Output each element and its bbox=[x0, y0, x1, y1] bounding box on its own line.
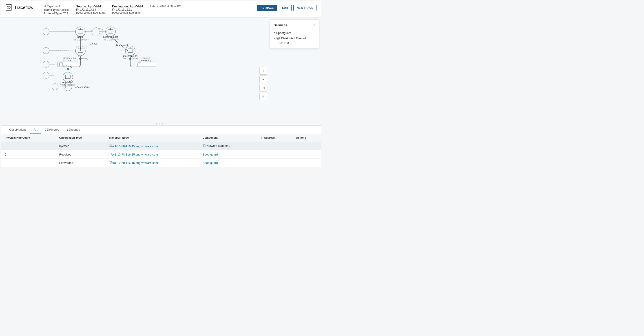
drag-handle[interactable]: ⠿ ⠿ ⠿ ⠿ bbox=[156, 123, 167, 125]
services-panel: Services × • Spoofguard • bbox=[270, 19, 319, 48]
svg-rect-65 bbox=[277, 37, 280, 39]
cell-actions bbox=[292, 150, 321, 159]
bullet-icon: • bbox=[274, 31, 275, 35]
svg-point-5 bbox=[43, 48, 49, 54]
traffic-type: Traffic Type: Unicast bbox=[44, 8, 70, 12]
canvas-area: pepsi Tier-0 Gateways pepsi_remote Tier-… bbox=[1, 18, 321, 125]
cell-component[interactable]: Spoofguard bbox=[199, 159, 257, 167]
col-actions: Actions bbox=[292, 134, 321, 142]
svg-point-7 bbox=[43, 72, 49, 79]
svg-text:Segment: Segment bbox=[63, 57, 72, 59]
cell-transport-node[interactable]: sc1-10-78-116-15.eng.vmware.com bbox=[105, 159, 199, 167]
rule-id: Rule ID 2 bbox=[278, 41, 315, 45]
svg-point-6 bbox=[43, 61, 49, 67]
transport-node-link[interactable]: sc1-10-78-116-15.eng.vmware.com bbox=[109, 161, 158, 165]
main-container: Traceflow IP Type: IPv4 Traffic Type: Un… bbox=[1, 1, 321, 167]
tab-delivered[interactable]: 0 Delivered bbox=[41, 126, 63, 134]
header-destination: Destination: App-VM-3 IP: 172.16.16.11 M… bbox=[112, 4, 143, 14]
zoom-in-button[interactable]: + bbox=[260, 67, 267, 75]
edit-button[interactable]: EDIT bbox=[279, 5, 292, 11]
ip-type: IP Type: IPv4 bbox=[44, 5, 70, 8]
cell-observation-type: Received bbox=[56, 150, 105, 159]
cell-actions bbox=[292, 142, 321, 150]
firewall-label: Distributed Firewall bbox=[281, 37, 306, 40]
spoofguard-label: Spoofguard bbox=[276, 31, 291, 35]
zoom-reset-button[interactable]: 1:1 bbox=[260, 84, 267, 92]
header-meta: IP Type: IPv4 Traffic Type: Unicast Prot… bbox=[44, 4, 70, 15]
cell-transport-node[interactable]: sc1-10-78-116-15.eng.vmware.com bbox=[105, 150, 199, 159]
col-ip-address: IP Address bbox=[257, 134, 292, 142]
services-panel-header: Services × bbox=[274, 23, 315, 27]
header-source: Source: App-VM-1 IP: 172.16.14.13 MAC: 0… bbox=[76, 4, 105, 14]
svg-rect-12 bbox=[78, 30, 83, 33]
col-component: Component bbox=[199, 134, 257, 142]
zoom-controls: + − 1:1 ⤢ bbox=[260, 67, 267, 100]
tab-dropped[interactable]: 1 Dropped bbox=[63, 126, 84, 134]
transport-node-link[interactable]: sc1-10-78-116-15.eng.vmware.com bbox=[109, 145, 158, 148]
col-observation-type: Observation Type bbox=[56, 134, 105, 142]
svg-text:pepsi_remote: pepsi_remote bbox=[103, 36, 118, 38]
svg-text:marketing: marketing bbox=[140, 59, 152, 62]
cell-ip-address bbox=[257, 150, 292, 159]
cell-component[interactable]: Spoofguard bbox=[199, 150, 257, 159]
tab-observations[interactable]: Observations bbox=[6, 126, 30, 134]
tab-all[interactable]: All bbox=[30, 126, 41, 134]
svg-rect-78 bbox=[109, 161, 112, 163]
cell-observation-type: Forwarded bbox=[56, 159, 105, 167]
svg-rect-69 bbox=[109, 145, 112, 147]
bottom-panel: Observations All 0 Delivered 1 Dropped P… bbox=[1, 125, 321, 167]
svg-point-4 bbox=[43, 29, 49, 35]
services-list: • Spoofguard • Distributed Firewall bbox=[274, 30, 315, 41]
new-trace-button[interactable]: NEW TRACE bbox=[293, 5, 316, 11]
zoom-out-button[interactable]: − bbox=[260, 76, 267, 83]
cell-hop-count: 0 bbox=[1, 159, 56, 167]
tabs-bar: Observations All 0 Delivered 1 Dropped bbox=[1, 126, 321, 134]
svg-point-11 bbox=[76, 27, 85, 37]
cell-ip-address bbox=[257, 142, 292, 150]
protocol-type: Protocol Type: TCP bbox=[44, 12, 70, 15]
cube-icon bbox=[6, 4, 12, 11]
cell-hop-count: 0 bbox=[1, 142, 56, 150]
cell-hop-count: 0 bbox=[1, 150, 56, 159]
svg-rect-18 bbox=[108, 30, 113, 33]
table-row: 0Injectedsc1-10-78-116-15.eng.vmware.com… bbox=[1, 142, 321, 150]
timestamp: Feb 19, 2020, 4:08:57 PM bbox=[150, 4, 186, 8]
table-row: 0Forwardedsc1-10-78-116-15.eng.vmware.co… bbox=[1, 159, 321, 167]
svg-point-17 bbox=[106, 27, 116, 37]
services-panel-title: Services bbox=[274, 23, 288, 27]
cell-transport-node[interactable]: sc1-10-78-116-15.eng.vmware.com bbox=[105, 142, 199, 150]
app-title: Traceflow bbox=[14, 5, 34, 10]
svg-text:App-VM-1: App-VM-1 bbox=[62, 81, 74, 84]
svg-text:Tier-0 Gateways: Tier-0 Gateways bbox=[102, 39, 119, 41]
zoom-collapse-button[interactable]: ⤢ bbox=[260, 93, 267, 100]
service-item-spoofguard: • Spoofguard bbox=[274, 30, 315, 36]
svg-rect-33 bbox=[128, 49, 133, 52]
transport-node-link[interactable]: sc1-10-78-116-15.eng.vmware.com bbox=[109, 153, 158, 156]
cell-component: Network adapter 2 bbox=[199, 142, 257, 150]
header: Traceflow IP Type: IPv4 Traffic Type: Un… bbox=[1, 1, 321, 18]
svg-rect-49 bbox=[65, 75, 70, 79]
service-item-firewall: • Distributed Firewall bbox=[274, 36, 315, 41]
svg-text:10.2.1.1/31: 10.2.1.1/31 bbox=[86, 43, 99, 45]
table-row: 0Receivedsc1-10-78-116-15.eng.vmware.com… bbox=[1, 150, 321, 159]
firewall-icon bbox=[276, 37, 280, 40]
col-hop-count: Physical Hop Count bbox=[1, 134, 56, 142]
retrace-button[interactable]: RETRACE bbox=[257, 5, 277, 11]
svg-rect-75 bbox=[109, 153, 112, 155]
header-actions: RETRACE EDIT NEW TRACE bbox=[257, 4, 316, 11]
cell-ip-address bbox=[257, 159, 292, 167]
cell-observation-type: Injected bbox=[56, 142, 105, 150]
logo-area: Traceflow bbox=[6, 4, 37, 11]
table-header-row: Physical Hop Count Observation Type Tran… bbox=[1, 134, 321, 142]
svg-text:it-t1-seg: it-t1-seg bbox=[63, 59, 72, 62]
bullet-icon-2: • bbox=[274, 37, 275, 40]
col-transport-node: Transport Node bbox=[105, 134, 199, 142]
observations-table: Physical Hop Count Observation Type Tran… bbox=[1, 134, 321, 167]
cell-actions bbox=[292, 159, 321, 167]
close-services-button[interactable]: × bbox=[313, 23, 315, 27]
svg-rect-72 bbox=[203, 145, 205, 147]
svg-point-32 bbox=[125, 46, 135, 56]
network-diagram: pepsi Tier-0 Gateways pepsi_remote Tier-… bbox=[1, 18, 235, 115]
svg-text:11.2.1.1/31: 11.2.1.1/31 bbox=[116, 43, 128, 46]
svg-point-53 bbox=[52, 84, 58, 90]
